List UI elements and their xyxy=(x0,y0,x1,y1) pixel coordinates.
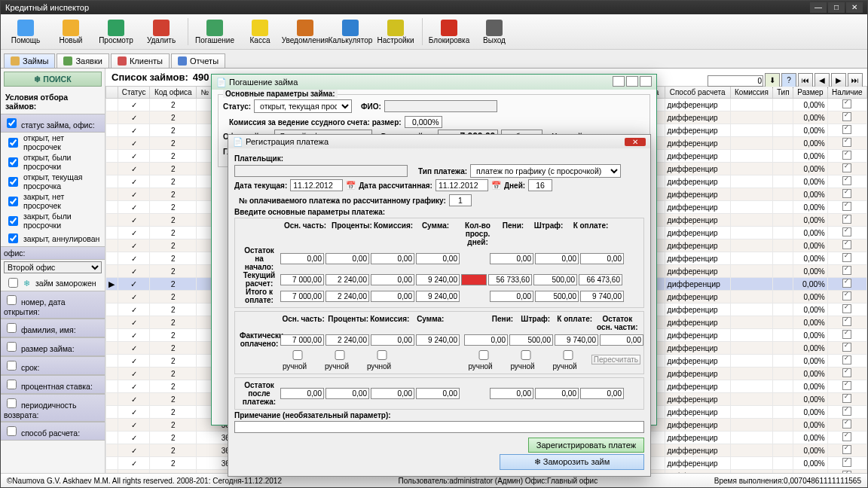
toolbar-Помощь[interactable]: Помощь xyxy=(4,17,47,47)
calc-field[interactable] xyxy=(490,388,533,399)
manual-check[interactable] xyxy=(549,350,588,360)
grid-header[interactable]: Статус xyxy=(118,87,150,99)
toolbar-Калькулятор[interactable]: Калькулятор xyxy=(329,17,372,47)
filter-group-status[interactable]: статус займа, офис: xyxy=(1,114,105,133)
maximize-icon[interactable]: □ xyxy=(828,2,845,13)
paid-field[interactable] xyxy=(280,334,324,346)
grid-header[interactable] xyxy=(106,87,118,99)
dlg-maximize-icon[interactable] xyxy=(626,76,638,87)
paid-field[interactable] xyxy=(326,334,369,346)
calc-field[interactable] xyxy=(326,274,369,285)
calc-field[interactable] xyxy=(490,253,533,264)
days-field[interactable] xyxy=(528,179,552,191)
tab-Отчеты[interactable]: Отчеты xyxy=(171,53,225,68)
toolbar-Удалить[interactable]: Удалить xyxy=(139,17,183,47)
calc-field[interactable] xyxy=(416,291,460,302)
date-current-field[interactable] xyxy=(290,179,343,191)
calc-field[interactable] xyxy=(280,274,324,285)
grid-header[interactable]: Комиссия xyxy=(730,87,773,99)
filter-section[interactable]: фамилия, имя: xyxy=(1,319,105,337)
calc-field[interactable] xyxy=(326,388,369,399)
toolbar-Просмотр[interactable]: Просмотр xyxy=(94,17,138,47)
filter-section[interactable]: способ расчета: xyxy=(1,422,105,441)
calc-field[interactable] xyxy=(535,388,579,399)
calc-field[interactable] xyxy=(535,253,579,264)
calc-field[interactable] xyxy=(533,274,577,285)
paid-field[interactable] xyxy=(416,334,460,346)
calc-field[interactable] xyxy=(371,291,414,302)
date-calc-field[interactable] xyxy=(436,179,488,191)
calc-field[interactable] xyxy=(580,291,624,302)
tab-Клиенты[interactable]: Клиенты xyxy=(111,53,170,68)
filter-section[interactable]: периодичность возврата: xyxy=(1,394,105,422)
calc-field[interactable] xyxy=(580,253,624,264)
toolbar-Настройки[interactable]: Настройки xyxy=(374,17,417,47)
register-payment-button[interactable]: Зарегистрировать платеж xyxy=(528,438,644,453)
grid-header[interactable]: Наличие xyxy=(827,87,866,99)
paid-field[interactable] xyxy=(509,334,553,346)
filter-section[interactable]: номер, дата открытия: xyxy=(1,291,105,319)
office-select[interactable]: Второй офис xyxy=(4,261,102,273)
payment-type-select[interactable]: платеж по графику (с просрочкой) xyxy=(470,164,621,178)
manual-check[interactable] xyxy=(278,350,317,360)
calc-field[interactable] xyxy=(490,291,533,302)
minimize-icon[interactable]: — xyxy=(810,2,827,13)
nav-index[interactable] xyxy=(708,75,763,87)
filter-item[interactable]: открыт, были просрочки xyxy=(1,152,105,172)
grid-header[interactable]: Размер xyxy=(793,87,828,99)
close-icon[interactable]: ✕ xyxy=(846,2,863,13)
calc-field[interactable] xyxy=(326,253,369,264)
grid-header[interactable]: Тип xyxy=(773,87,793,99)
calc-field[interactable] xyxy=(326,291,369,302)
note-field[interactable] xyxy=(234,421,644,433)
calc-field[interactable] xyxy=(416,253,460,264)
filter-item[interactable]: закрыт, аннулирован xyxy=(1,230,105,246)
calc-field[interactable] xyxy=(280,253,324,264)
calc-field[interactable] xyxy=(371,388,414,399)
grid-header[interactable]: Код офиса xyxy=(150,87,197,99)
calc-field[interactable] xyxy=(280,291,324,302)
toolbar-Новый[interactable]: Новый xyxy=(49,17,93,47)
toolbar-Погашение[interactable]: Погашение xyxy=(193,17,237,47)
filter-item[interactable]: открыт, текущая просрочка xyxy=(1,172,105,191)
freeze-loan-button[interactable]: ❄ Заморозить займ xyxy=(500,454,644,470)
calc-field[interactable] xyxy=(416,274,460,285)
tab-Займы[interactable]: Займы xyxy=(4,53,55,68)
frozen-filter[interactable]: ❄займ заморожен xyxy=(1,275,105,291)
filter-section[interactable]: размер займа: xyxy=(1,337,105,356)
calendar-icon[interactable]: 📅 xyxy=(491,181,501,191)
commission-field[interactable] xyxy=(405,116,442,128)
manual-check[interactable] xyxy=(506,350,546,360)
toolbar-Касса[interactable]: Касса xyxy=(238,17,282,47)
calc-field[interactable] xyxy=(580,388,624,399)
paid-field[interactable] xyxy=(371,334,414,346)
calc-field[interactable] xyxy=(416,388,460,399)
dlg-close-icon[interactable] xyxy=(640,76,652,87)
paid-field[interactable] xyxy=(600,334,643,346)
calc-field[interactable] xyxy=(371,253,414,264)
toolbar-Блокировка[interactable]: Блокировка xyxy=(427,17,471,47)
calendar-icon[interactable]: 📅 xyxy=(346,181,356,191)
toolbar-Уведомления[interactable]: Уведомления xyxy=(283,17,327,47)
filter-status-toggle[interactable] xyxy=(7,118,17,128)
calc-field[interactable] xyxy=(488,274,532,285)
paid-field[interactable] xyxy=(464,334,508,346)
filter-section[interactable]: процентная ставка: xyxy=(1,375,105,394)
tab-Заявки[interactable]: Заявки xyxy=(57,53,109,68)
grid-header[interactable]: Способ расчета xyxy=(665,87,730,99)
toolbar-Выход[interactable]: Выход xyxy=(472,17,516,47)
search-button[interactable]: ❄ ПОИСК xyxy=(4,72,102,87)
filter-item[interactable]: закрыт, были просрочки xyxy=(1,211,105,230)
register-close-icon[interactable]: ✕ xyxy=(625,138,646,146)
calc-field[interactable] xyxy=(371,274,414,285)
filter-item[interactable]: открыт, нет просрочек xyxy=(1,133,105,152)
calc-field[interactable] xyxy=(579,274,622,285)
manual-check[interactable] xyxy=(464,350,503,360)
filter-section[interactable]: срок: xyxy=(1,356,105,375)
dlg-minimize-icon[interactable] xyxy=(613,76,625,87)
filter-item[interactable]: закрыт, нет просрочек xyxy=(1,191,105,211)
paid-field[interactable] xyxy=(555,334,598,346)
manual-check[interactable] xyxy=(362,350,402,360)
late-days-field[interactable] xyxy=(461,274,487,285)
manual-check[interactable] xyxy=(320,350,359,360)
